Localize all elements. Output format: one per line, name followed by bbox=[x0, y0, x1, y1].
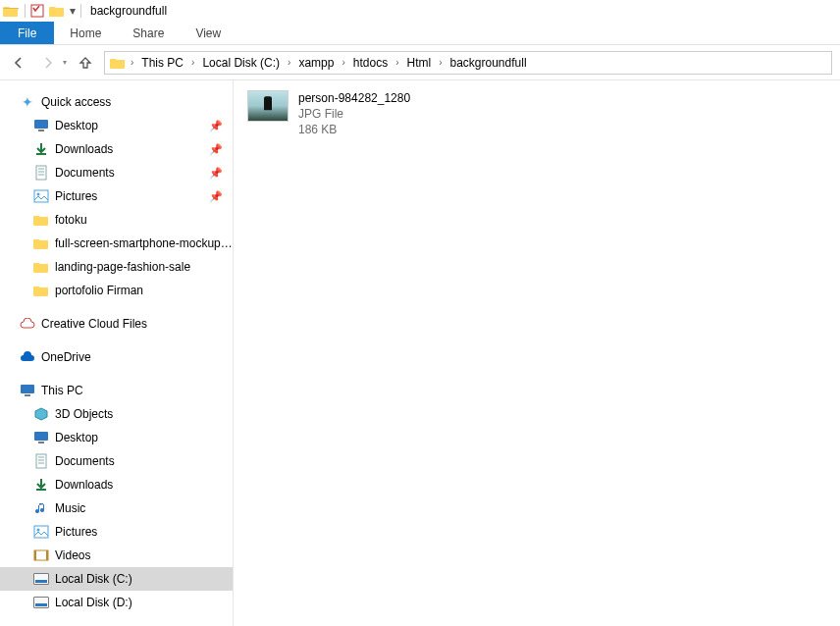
navigation-pane: ✦ Quick access Desktop 📌 Downloads 📌 Doc… bbox=[0, 80, 234, 626]
svg-rect-10 bbox=[38, 442, 44, 443]
sidebar-item-folder[interactable]: landing-page-fashion-sale bbox=[0, 255, 233, 279]
up-button[interactable] bbox=[75, 52, 96, 74]
sidebar-item-label: portofolio Firman bbox=[55, 284, 143, 297]
sidebar-item-label: Desktop bbox=[55, 119, 98, 132]
tab-home[interactable]: Home bbox=[54, 22, 117, 44]
folder-icon bbox=[2, 2, 20, 20]
file-thumbnail bbox=[247, 90, 289, 122]
file-list[interactable]: person-984282_1280 JPG File 186 KB bbox=[234, 80, 840, 626]
sidebar-item-label: fotoku bbox=[55, 213, 87, 227]
title-bar: ▾ backgroundfull bbox=[0, 0, 840, 22]
chevron-right-icon[interactable]: › bbox=[394, 57, 400, 68]
svg-rect-9 bbox=[34, 432, 48, 441]
pin-icon: 📌 bbox=[209, 120, 223, 132]
desktop-icon bbox=[33, 118, 49, 133]
sidebar-item-downloads[interactable]: Downloads bbox=[0, 473, 233, 496]
chevron-right-icon[interactable]: › bbox=[340, 57, 346, 68]
svg-point-14 bbox=[37, 529, 40, 532]
sidebar-item-this-pc[interactable]: This PC bbox=[0, 379, 233, 402]
3d-objects-icon bbox=[33, 406, 49, 422]
pin-icon: 📌 bbox=[209, 143, 223, 156]
sidebar-item-label: Pictures bbox=[55, 525, 97, 539]
divider bbox=[25, 4, 26, 18]
chevron-right-icon[interactable]: › bbox=[286, 57, 292, 68]
sidebar-item-creative-cloud[interactable]: Creative Cloud Files bbox=[0, 312, 233, 336]
sidebar-item-onedrive[interactable]: OneDrive bbox=[0, 345, 233, 369]
pin-icon: 📌 bbox=[209, 167, 223, 180]
svg-rect-16 bbox=[34, 550, 36, 560]
sidebar-item-pictures[interactable]: Pictures 📌 bbox=[0, 184, 233, 208]
file-name: person-984282_1280 bbox=[298, 90, 410, 106]
documents-icon bbox=[33, 453, 49, 469]
sidebar-item-label: Music bbox=[55, 501, 85, 515]
sidebar-item-label: Documents bbox=[55, 454, 115, 468]
sidebar-item-music[interactable]: Music bbox=[0, 496, 233, 520]
this-pc-icon bbox=[20, 383, 35, 398]
onedrive-icon bbox=[20, 349, 35, 365]
creative-cloud-icon bbox=[20, 316, 35, 332]
sidebar-item-label: Creative Cloud Files bbox=[41, 317, 147, 331]
sidebar-item-videos[interactable]: Videos bbox=[0, 544, 233, 567]
chevron-right-icon[interactable]: › bbox=[437, 57, 444, 68]
ribbon-tabs: File Home Share View bbox=[0, 22, 840, 45]
sidebar-item-local-disk-c[interactable]: Local Disk (C:) bbox=[0, 567, 233, 591]
sidebar-item-documents[interactable]: Documents bbox=[0, 449, 233, 473]
documents-icon bbox=[33, 165, 49, 181]
tab-share[interactable]: Share bbox=[117, 22, 180, 44]
main-area: ✦ Quick access Desktop 📌 Downloads 📌 Doc… bbox=[0, 80, 840, 626]
sidebar-item-label: OneDrive bbox=[41, 350, 91, 364]
sidebar-item-label: Local Disk (D:) bbox=[55, 596, 132, 609]
forward-button[interactable] bbox=[37, 52, 59, 74]
address-bar[interactable]: › This PC › Local Disk (C:) › xampp › ht… bbox=[104, 51, 832, 75]
recent-locations-dropdown[interactable]: ▾ bbox=[63, 58, 67, 67]
quick-access-icon: ✦ bbox=[20, 94, 35, 110]
breadcrumb[interactable]: xampp bbox=[292, 52, 340, 74]
music-icon bbox=[33, 500, 49, 516]
breadcrumb[interactable]: htdocs bbox=[347, 52, 394, 74]
qat-dropdown-icon[interactable]: ▾ bbox=[68, 4, 78, 18]
folder-icon bbox=[33, 212, 49, 228]
qat-properties-icon[interactable] bbox=[28, 2, 46, 20]
folder-icon bbox=[48, 2, 66, 20]
folder-icon bbox=[33, 235, 49, 251]
folder-icon bbox=[33, 259, 49, 275]
chevron-right-icon[interactable]: › bbox=[189, 57, 196, 68]
breadcrumb[interactable]: backgroundfull bbox=[445, 52, 533, 74]
svg-rect-17 bbox=[46, 550, 48, 560]
breadcrumb[interactable]: Local Disk (C:) bbox=[196, 52, 286, 74]
breadcrumb[interactable]: Html bbox=[400, 52, 437, 74]
sidebar-item-folder[interactable]: full-screen-smartphone-mockup-design bbox=[0, 232, 233, 255]
sidebar-item-folder[interactable]: portofolio Firman bbox=[0, 279, 233, 302]
sidebar-item-pictures[interactable]: Pictures bbox=[0, 520, 233, 544]
tab-view[interactable]: View bbox=[180, 22, 236, 44]
sidebar-item-folder[interactable]: fotoku bbox=[0, 208, 233, 232]
sidebar-item-label: Documents bbox=[55, 166, 115, 180]
file-item[interactable]: person-984282_1280 JPG File 186 KB bbox=[247, 90, 522, 138]
divider bbox=[80, 4, 81, 18]
sidebar-item-label: Pictures bbox=[55, 189, 97, 203]
videos-icon bbox=[33, 548, 49, 563]
svg-rect-1 bbox=[34, 120, 48, 129]
svg-point-6 bbox=[37, 193, 40, 196]
sidebar-item-local-disk-d[interactable]: Local Disk (D:) bbox=[0, 591, 233, 614]
sidebar-item-label: Downloads bbox=[55, 142, 113, 156]
sidebar-item-desktop[interactable]: Desktop 📌 bbox=[0, 114, 233, 137]
pictures-icon bbox=[33, 188, 49, 204]
sidebar-item-quick-access[interactable]: ✦ Quick access bbox=[0, 90, 233, 114]
file-tab[interactable]: File bbox=[0, 22, 54, 44]
folder-icon bbox=[109, 54, 127, 72]
window-title: backgroundfull bbox=[90, 4, 167, 18]
breadcrumb[interactable]: This PC bbox=[135, 52, 189, 74]
back-button[interactable] bbox=[8, 52, 29, 74]
downloads-icon bbox=[33, 477, 49, 493]
chevron-right-icon[interactable]: › bbox=[129, 57, 135, 68]
svg-rect-4 bbox=[36, 166, 46, 180]
sidebar-item-label: This PC bbox=[41, 384, 83, 397]
sidebar-item-documents[interactable]: Documents 📌 bbox=[0, 161, 233, 184]
sidebar-item-3d-objects[interactable]: 3D Objects bbox=[0, 402, 233, 426]
sidebar-item-label: full-screen-smartphone-mockup-design bbox=[55, 236, 233, 250]
sidebar-item-label: 3D Objects bbox=[55, 407, 113, 421]
sidebar-item-desktop[interactable]: Desktop bbox=[0, 426, 233, 449]
file-meta: person-984282_1280 JPG File 186 KB bbox=[298, 90, 410, 138]
sidebar-item-downloads[interactable]: Downloads 📌 bbox=[0, 137, 233, 161]
